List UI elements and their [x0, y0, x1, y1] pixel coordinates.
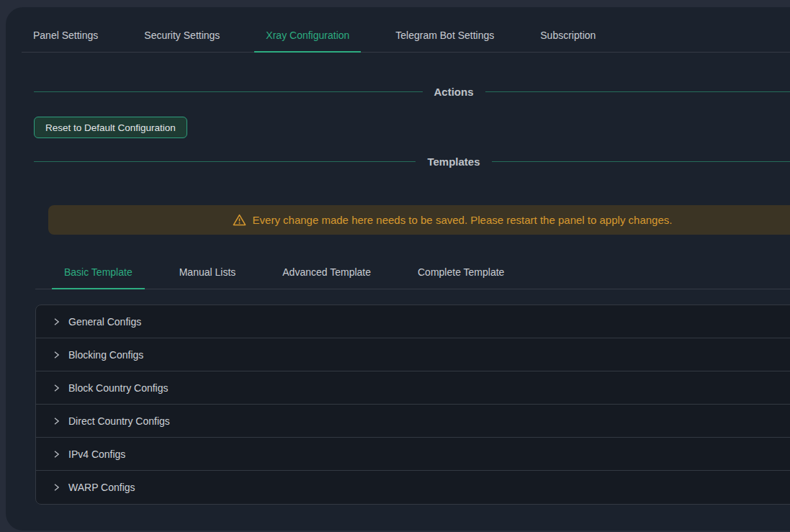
- collapse-item-label: General Configs: [68, 316, 141, 328]
- divider-line: [34, 161, 416, 162]
- xray-configuration-panel: Actions Reset to Default Configuration T…: [34, 85, 790, 505]
- tab-complete-template[interactable]: Complete Template: [405, 261, 516, 289]
- reset-default-configuration-button[interactable]: Reset to Default Configuration: [34, 117, 187, 138]
- actions-divider-title: Actions: [434, 86, 474, 98]
- templates-divider-title: Templates: [427, 155, 480, 168]
- chevron-right-icon: [52, 450, 60, 459]
- collapse-item-ipv4-configs[interactable]: IPv4 Configs: [36, 438, 790, 471]
- restart-warning-alert: Every change made here needs to be saved…: [48, 205, 790, 235]
- divider-line: [485, 91, 790, 92]
- collapse-item-label: Block Country Configs: [68, 382, 169, 394]
- chevron-right-icon: [52, 384, 60, 392]
- collapse-item-label: Blocking Configs: [68, 349, 143, 361]
- settings-card: Panel Settings Security Settings Xray Co…: [6, 7, 790, 531]
- templates-divider: Templates: [34, 155, 790, 168]
- tab-telegram-bot-settings[interactable]: Telegram Bot Settings: [384, 7, 506, 52]
- collapse-item-general-configs[interactable]: General Configs: [36, 305, 790, 338]
- tab-security-settings[interactable]: Security Settings: [133, 7, 231, 52]
- config-collapse-list: General Configs Blocking Configs Block C…: [35, 305, 790, 505]
- settings-tab-bar: Panel Settings Security Settings Xray Co…: [22, 7, 790, 53]
- collapse-item-block-country-configs[interactable]: Block Country Configs: [36, 371, 790, 405]
- chevron-right-icon: [52, 317, 60, 326]
- actions-divider: Actions: [34, 85, 790, 98]
- collapse-item-label: IPv4 Configs: [68, 448, 125, 460]
- template-tab-bar: Basic Template Manual Lists Advanced Tem…: [35, 261, 790, 289]
- divider-line: [34, 91, 423, 92]
- warning-text: Every change made here needs to be saved…: [253, 214, 673, 226]
- collapse-item-label: WARP Configs: [68, 482, 135, 493]
- collapse-item-blocking-configs[interactable]: Blocking Configs: [36, 338, 790, 371]
- tab-advanced-template[interactable]: Advanced Template: [270, 261, 383, 289]
- chevron-right-icon: [52, 483, 60, 492]
- collapse-item-direct-country-configs[interactable]: Direct Country Configs: [36, 405, 790, 438]
- tab-subscription[interactable]: Subscription: [529, 7, 607, 52]
- collapse-item-warp-configs[interactable]: WARP Configs: [36, 471, 790, 504]
- tab-xray-configuration[interactable]: Xray Configuration: [254, 7, 361, 52]
- chevron-right-icon: [52, 417, 60, 425]
- chevron-right-icon: [52, 351, 60, 359]
- tab-basic-template[interactable]: Basic Template: [52, 261, 145, 289]
- warning-icon: [233, 214, 246, 226]
- tab-manual-lists[interactable]: Manual Lists: [167, 261, 248, 289]
- tab-panel-settings[interactable]: Panel Settings: [22, 7, 109, 52]
- divider-line: [492, 161, 790, 162]
- collapse-item-label: Direct Country Configs: [68, 415, 170, 427]
